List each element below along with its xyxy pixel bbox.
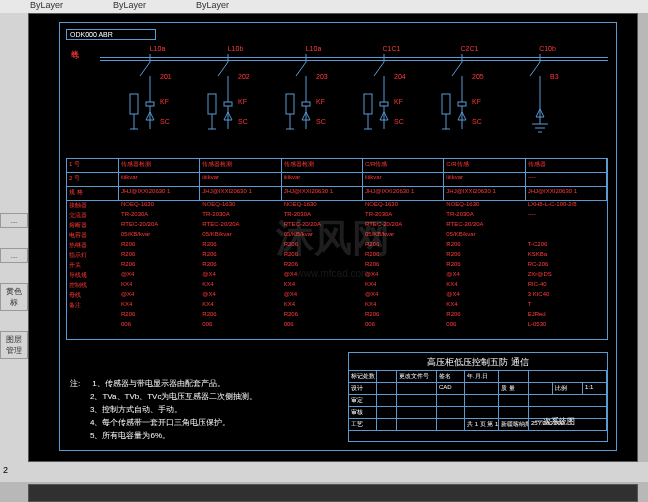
tb-cell — [529, 383, 553, 394]
circuit-top-label: L10a — [120, 45, 195, 52]
table-row: 开关R206R206R206R206R206RC-206 — [67, 261, 607, 271]
note-4: 4、每个传感带一套开口三角电压保护。 — [90, 418, 230, 427]
data-cell: R206 — [363, 311, 444, 321]
data-cell: R206 — [200, 261, 281, 271]
svg-text:KF: KF — [160, 98, 169, 105]
circuit-6: C10b B3 — [510, 45, 585, 155]
tb-cell — [437, 419, 465, 430]
tb-cell — [499, 371, 529, 382]
data-cell: ---- — [526, 211, 607, 221]
cad-canvas[interactable]: ODK000 ABR 线 号 L10a KFSC 201L10b KFSC 20… — [28, 13, 638, 462]
layer-combo-3[interactable]: ByLayer — [196, 0, 229, 13]
table-header-row: 1 号传感器检测传感器检测传感器检测C/R传感C/R传感传感器 — [67, 159, 607, 173]
header-cell: iiiikvar — [363, 173, 444, 186]
data-cell: KSKBa — [526, 251, 607, 261]
tb-cell: 审定 — [349, 395, 377, 406]
row-label: 1 号 — [67, 159, 119, 172]
header-cell: iiiikvar — [200, 173, 281, 186]
data-cell: @X4 — [282, 271, 363, 281]
data-cell: @X4 — [363, 271, 444, 281]
data-cell: R206 — [444, 311, 525, 321]
header-cell: ---- — [526, 173, 607, 186]
circuit-top-label: C10b — [510, 45, 585, 52]
switch-label: 202 — [238, 73, 250, 80]
data-cell: KX4 — [363, 281, 444, 291]
tb-cell — [437, 395, 465, 406]
header-cell: iiiikvar — [282, 173, 363, 186]
svg-line-61 — [530, 62, 540, 76]
data-cell: ZXr@DS — [526, 271, 607, 281]
tb-cell — [465, 383, 499, 394]
data-cell: @X4 — [363, 291, 444, 301]
svg-rect-19 — [224, 102, 232, 106]
tb-cell — [437, 407, 465, 418]
coord-readout: 2 — [3, 465, 8, 475]
tb-cell — [377, 407, 397, 418]
panel-item-1[interactable]: ... — [0, 213, 28, 228]
header-cell: JHJ@IXXI20630 1 — [363, 187, 444, 200]
switch-label: 201 — [160, 73, 172, 80]
data-cell: T-C206 — [526, 241, 607, 251]
switch-label: 203 — [316, 73, 328, 80]
table-row: 控制线KX4KX4KX4KX4KX4RIC-40 — [67, 281, 607, 291]
panel-item-3[interactable]: 黄色标 — [0, 283, 28, 311]
row-label: 2 号 — [67, 173, 119, 186]
data-cell: R206 — [200, 241, 281, 251]
table-row: 电容器05/KB/kvar05/KB/kvar05/KB/kvar05/KB/k… — [67, 231, 607, 241]
title-block: 高压柜低压控制五防 通信 标记处数更改文件号签名年.月.日设计CAD质 量比例1… — [348, 352, 608, 442]
panel-item-4[interactable]: 图层管理 — [0, 331, 28, 359]
circuit-symbol — [510, 54, 580, 149]
row-label: 熔断器 — [67, 221, 119, 231]
data-cell: R206 — [282, 311, 363, 321]
data-cell: R206 — [200, 311, 281, 321]
circuit-top-label: C2C1 — [432, 45, 507, 52]
data-cell: NOEQ-1630 — [119, 201, 200, 211]
svg-text:KF: KF — [394, 98, 403, 105]
row-label: 导线规 — [67, 271, 119, 281]
circuit-symbol: KFSC — [120, 54, 190, 149]
panel-item-2[interactable]: ... — [0, 248, 28, 263]
data-cell — [526, 221, 607, 231]
table-row: 指示灯R206R206R206R206R206KSKBa — [67, 251, 607, 261]
row-label: 备注 — [67, 301, 119, 311]
tb-cell — [499, 395, 529, 406]
data-cell: R206 — [200, 251, 281, 261]
data-cell: KX4 — [444, 281, 525, 291]
tb-cell: 新疆喀纳斯 — [499, 419, 529, 430]
layer-combo-2[interactable]: ByLayer — [113, 0, 146, 13]
circuit-symbol: KFSC — [276, 54, 346, 149]
row-label: 交流器 — [67, 211, 119, 221]
data-cell: @X4 — [200, 291, 281, 301]
header-cell: JHJ@IXXI20630 1 — [200, 187, 281, 200]
header-cell: 传感器检测 — [119, 159, 200, 172]
circuit-top-label: C1C1 — [354, 45, 429, 52]
data-cell: TR-2030A — [282, 211, 363, 221]
data-cell: @X4 — [444, 271, 525, 281]
svg-rect-27 — [286, 94, 294, 114]
circuit-1: L10a KFSC 201 — [120, 45, 195, 155]
horizontal-scrollbar[interactable] — [28, 484, 638, 502]
data-cell: RTEC-20/20A — [200, 221, 281, 231]
tb-cell: 1:1 — [583, 383, 607, 394]
data-cell: 006 — [363, 321, 444, 331]
svg-line-25 — [296, 62, 306, 76]
svg-rect-31 — [302, 102, 310, 106]
drawing-title: ODK000 ABR — [66, 29, 156, 40]
data-cell: NOEQ-1630 — [444, 201, 525, 211]
data-cell: R206 — [363, 251, 444, 261]
tb-cell — [377, 419, 397, 430]
switch-label: B3 — [550, 73, 559, 80]
project-title: 高压柜低压控制五防 通信 — [349, 353, 607, 371]
data-cell: R206 — [282, 251, 363, 261]
data-cell: R206 — [119, 261, 200, 271]
data-cell: 05/KB/kvar — [119, 231, 200, 241]
layer-combo-1[interactable]: ByLayer — [30, 0, 63, 13]
note-2: 2、TVa、TVb、TVc为电压互感器二次侧抽测。 — [90, 392, 257, 401]
data-cell: R206 — [444, 241, 525, 251]
data-cell: TR-2030A — [119, 211, 200, 221]
titleblock-row: 设计CAD质 量比例1:1一次系统图 — [349, 383, 607, 395]
data-cell: R206 — [119, 251, 200, 261]
left-vertical-label: 线 号 — [68, 43, 79, 45]
tb-cell — [499, 407, 529, 418]
tb-cell — [465, 395, 499, 406]
